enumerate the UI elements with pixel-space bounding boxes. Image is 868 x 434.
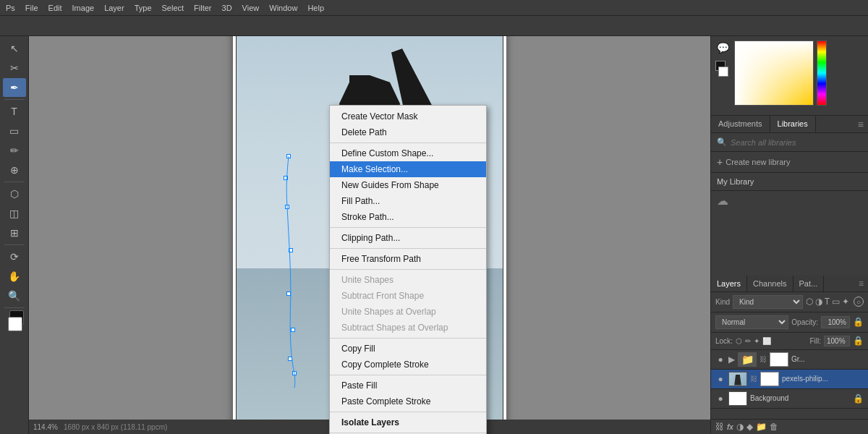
menu-item-unite-shapes[interactable]: Unite Shapes [330, 272, 486, 288]
filter-toggle[interactable]: ○ [854, 297, 864, 307]
menu-edit[interactable]: Edit [48, 4, 62, 12]
menu-item-stroke-path[interactable]: Stroke Path... [330, 209, 486, 225]
tool-eraser[interactable]: ⬡ [3, 184, 26, 203]
blend-mode-dropdown[interactable]: Normal [715, 315, 788, 329]
tab-channels[interactable]: Channels [747, 276, 793, 292]
chat-icon[interactable]: 💬 [715, 41, 730, 55]
menu-item-subtract-shapes-overlap[interactable]: Subtract Shapes at Overlap [330, 320, 486, 336]
menu-item-delete-path[interactable]: Delete Path [330, 124, 486, 140]
menu-item-create-vector-mask[interactable]: Create Vector Mask [330, 109, 486, 124]
menu-item-paste-complete-stroke[interactable]: Paste Complete Stroke [330, 393, 486, 409]
filter-smart-icon[interactable]: ✦ [842, 297, 849, 307]
tab-adjustments[interactable]: Adjustments [711, 116, 770, 132]
tab-paths[interactable]: Pat... [793, 276, 825, 292]
opacity-field[interactable] [821, 316, 850, 328]
panel-options-icon[interactable]: ≡ [858, 116, 868, 132]
filter-type-icon[interactable]: T [825, 297, 830, 307]
lock-row: Lock: ⬡ ✏ ✦ ⬜ Fill: 🔒 [711, 333, 868, 350]
menu-help[interactable]: Help [307, 4, 324, 12]
tool-type[interactable]: T [3, 102, 26, 121]
menu-layer[interactable]: Layer [104, 4, 124, 12]
kind-dropdown[interactable]: Kind [733, 295, 803, 309]
tool-blur[interactable]: ⊞ [3, 224, 26, 242]
menu-item-paste-fill[interactable]: Paste Fill [330, 378, 486, 393]
add-adjustment-icon[interactable]: ◆ [746, 422, 753, 432]
lock-artboard-icon[interactable]: ⬜ [762, 337, 771, 345]
menu-select[interactable]: Select [162, 4, 184, 12]
menu-item-new-guides[interactable]: New Guides From Shape [330, 177, 486, 193]
menu-item-copy-fill[interactable]: Copy Fill [330, 341, 486, 357]
menu-item-clipping-path[interactable]: Clipping Path... [330, 230, 486, 246]
filter-adjustment-icon[interactable]: ◑ [815, 297, 822, 307]
add-link-icon[interactable]: ⛓ [715, 422, 724, 432]
delete-layer-icon[interactable]: 🗑 [770, 422, 778, 432]
my-library-item[interactable]: My Library [711, 173, 868, 191]
tool-shape[interactable]: ▭ [3, 122, 26, 140]
menu-3d[interactable]: 3D [222, 4, 232, 12]
menu-item-fill-path[interactable]: Fill Path... [330, 193, 486, 209]
layer-visibility-group[interactable]: ● [715, 354, 726, 365]
fx-icon[interactable]: fx [727, 423, 733, 431]
tool-brush[interactable]: ✏ [3, 141, 26, 160]
separator-7 [330, 412, 486, 412]
background-color-swatch[interactable] [718, 67, 728, 77]
color-area: 💬 [711, 36, 868, 116]
tool-separator-4 [4, 307, 25, 308]
menu-item-unite-shapes-overlap[interactable]: Unite Shapes at Overlap [330, 304, 486, 320]
layer-row-background[interactable]: ● Background 🔒 [711, 389, 868, 409]
filter-icons: ⬡ ◑ T ▭ ✦ [806, 297, 849, 307]
top-menu-bar: Ps File Edit Image Layer Type Select Fil… [0, 0, 868, 16]
layer-link-icon: ⛓ [760, 355, 767, 363]
tool-selection[interactable]: ↖ [3, 39, 26, 58]
tool-pen[interactable]: ✒ [3, 78, 26, 97]
layer-visibility-photo[interactable]: ● [715, 374, 726, 384]
menu-items[interactable]: Ps File Edit Image Layer Type Select Fil… [6, 4, 324, 12]
search-input[interactable] [731, 138, 862, 147]
layers-tabs: Layers Channels Pat... ≡ [711, 276, 868, 292]
filter-shape-icon[interactable]: ▭ [832, 297, 840, 307]
layer-visibility-background[interactable]: ● [715, 393, 726, 404]
tool-crop[interactable]: ✂ [3, 59, 26, 77]
lock-image-icon[interactable]: ✏ [745, 337, 751, 345]
tool-hand[interactable]: ✋ [3, 267, 26, 286]
menu-ps[interactable]: Ps [6, 4, 15, 12]
layer-row-photo[interactable]: ● ⛓ pexels-philip... [711, 370, 868, 389]
search-icon: 🔍 [717, 137, 727, 147]
tab-libraries[interactable]: Libraries [770, 116, 816, 132]
menu-item-free-transform-path[interactable]: Free Transform Path [330, 251, 486, 267]
lock-transparent-icon[interactable]: ⬡ [736, 337, 742, 345]
layers-panel: Kind Kind ⬡ ◑ T ▭ ✦ ○ Normal Opacity: [711, 292, 868, 435]
menu-type[interactable]: Type [135, 4, 152, 12]
menu-image[interactable]: Image [72, 4, 95, 12]
anchor-4 [289, 248, 293, 252]
create-library-button[interactable]: + Create new library [711, 152, 868, 173]
layer-row-group[interactable]: ● ▶ 📁 ⛓ Gr... [711, 350, 868, 370]
tool-zoom[interactable]: 🔍 [3, 286, 26, 305]
layers-panel-options[interactable]: ≡ [854, 276, 868, 292]
menu-view[interactable]: View [242, 4, 260, 12]
menu-item-copy-complete-stroke[interactable]: Copy Complete Stroke [330, 357, 486, 373]
add-mask-icon[interactable]: ◑ [736, 422, 744, 432]
tool-dodge[interactable]: ⟳ [3, 247, 26, 266]
menu-window[interactable]: Window [269, 4, 297, 12]
search-box: 🔍 [711, 133, 868, 152]
color-gradient-picker[interactable] [734, 41, 814, 106]
tool-background-color[interactable] [8, 317, 22, 331]
menu-item-make-selection[interactable]: Make Selection... [330, 161, 486, 177]
tab-layers[interactable]: Layers [711, 276, 747, 292]
fill-field[interactable] [824, 336, 850, 346]
lock-position-icon[interactable]: ✦ [754, 337, 760, 345]
color-hue-slider[interactable] [817, 41, 827, 106]
layer-group-expand-icon[interactable]: ▶ [728, 354, 735, 365]
tool-gradient[interactable]: ◫ [3, 204, 26, 223]
add-folder-icon[interactable]: 📁 [756, 422, 767, 432]
menu-item-subtract-front-shape[interactable]: Subtract Front Shape [330, 288, 486, 304]
context-menu: Create Vector Mask Delete Path Define Cu… [329, 105, 487, 434]
filter-pixel-icon[interactable]: ⬡ [806, 297, 813, 307]
menu-item-define-custom-shape[interactable]: Define Custom Shape... [330, 145, 486, 161]
menu-file[interactable]: File [25, 4, 38, 12]
menu-filter[interactable]: Filter [194, 4, 211, 12]
tool-clone[interactable]: ⊕ [3, 161, 26, 179]
libraries-panel: 🔍 + Create new library My Library ☁ [711, 133, 868, 276]
menu-item-isolate-layers[interactable]: Isolate Layers [330, 414, 486, 430]
